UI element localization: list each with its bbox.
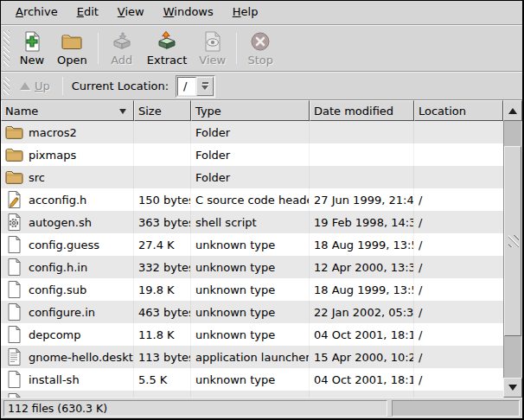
- column-header-type[interactable]: Type: [191, 100, 310, 121]
- file-location: /: [414, 256, 503, 278]
- arrow-down-icon: [508, 385, 517, 391]
- view-file-icon: [201, 30, 224, 53]
- plain-file-icon: [5, 280, 23, 299]
- scroll-up-button[interactable]: [503, 100, 522, 121]
- file-date-modified: 12 Apr 2000, 13:36: [310, 256, 414, 278]
- add-button[interactable]: Add: [103, 28, 141, 69]
- plain-file-icon: [5, 370, 23, 389]
- table-body: macros2 Folder pixmaps Folder src Folder…: [1, 121, 503, 398]
- file-type: unknown type: [191, 301, 310, 323]
- file-size: 363 bytes: [134, 211, 191, 233]
- vertical-scrollbar: [503, 100, 522, 398]
- new-button[interactable]: New: [13, 28, 51, 69]
- table-row[interactable]: gnome-hello.desktop 113 bytes applicatio…: [1, 346, 503, 368]
- location-combo-dropdown-button[interactable]: [196, 77, 214, 96]
- column-header-name[interactable]: Name: [1, 100, 134, 121]
- toolbar-drag-handle[interactable]: [3, 30, 10, 67]
- desktop-launcher-icon: [5, 347, 23, 366]
- stop-button[interactable]: Stop: [241, 28, 279, 69]
- menu-edit[interactable]: Edit: [67, 1, 108, 24]
- column-header-location[interactable]: Location: [414, 100, 503, 121]
- sort-arrow-icon: [119, 109, 126, 114]
- up-button[interactable]: Up: [13, 77, 57, 95]
- file-location: /: [414, 323, 503, 346]
- menu-archive[interactable]: Archive: [6, 1, 67, 24]
- file-date-modified: 22 Jan 2002, 05:35: [310, 301, 414, 323]
- table-row[interactable]: config.sub 19.8 K unknown type 18 Aug 19…: [1, 278, 503, 301]
- menu-help[interactable]: Help: [223, 1, 268, 24]
- file-date-modified: 04 Oct 2001, 18:12: [310, 368, 414, 391]
- table-row[interactable]: acconfig.h 150 bytes C source code heade…: [1, 188, 503, 211]
- file-location: /: [414, 211, 503, 233]
- file-name: config.guess: [29, 239, 99, 251]
- new-archive-icon: [21, 30, 43, 53]
- table-row[interactable]: src Folder: [1, 166, 503, 188]
- status-bar: 112 files (630.3 K): [1, 398, 522, 418]
- file-location: /: [414, 233, 503, 256]
- file-location: /: [414, 188, 503, 211]
- table-row[interactable]: [1, 391, 503, 398]
- extract-icon: [156, 30, 178, 53]
- location-bar-drag-handle[interactable]: [3, 77, 10, 95]
- file-name: src: [29, 171, 45, 184]
- file-size: 5.5 K: [134, 368, 191, 391]
- file-date-modified: 19 Feb 1998, 14:31: [310, 211, 414, 233]
- file-location: /: [414, 301, 503, 323]
- file-name: config.sub: [29, 283, 86, 296]
- file-size: [134, 121, 191, 143]
- table-row[interactable]: depcomp 11.8 K unknown type 04 Oct 2001,…: [1, 323, 503, 346]
- status-text-box: 112 files (630.3 K): [3, 400, 387, 417]
- file-type: unknown type: [191, 233, 310, 256]
- add-files-icon: [111, 30, 133, 53]
- location-combo-value[interactable]: /: [177, 77, 196, 96]
- scroll-down-button[interactable]: [503, 378, 522, 398]
- menu-view[interactable]: View: [108, 1, 154, 24]
- file-type: shell script: [191, 211, 310, 233]
- column-header-date-modified[interactable]: Date modified: [310, 100, 414, 121]
- file-date-modified: 15 Apr 2000, 10:21: [310, 346, 414, 368]
- location-combo: /: [176, 75, 215, 98]
- table-row[interactable]: macros2 Folder: [1, 121, 503, 143]
- scrollbar-trough[interactable]: [503, 121, 522, 378]
- file-type: unknown type: [191, 323, 310, 346]
- file-type: unknown type: [191, 278, 310, 301]
- file-size: [134, 166, 191, 188]
- file-date-modified: 27 Jun 1999, 21:49: [310, 188, 414, 211]
- shell-script-icon: [5, 213, 23, 232]
- file-name: config.h.in: [29, 261, 87, 274]
- c-source-header-icon: [5, 190, 23, 209]
- scrollbar-thumb[interactable]: [504, 146, 521, 336]
- table-row[interactable]: config.guess 27.4 K unknown type 18 Aug …: [1, 233, 503, 256]
- view-button[interactable]: View: [193, 28, 232, 69]
- file-type: [191, 391, 310, 398]
- extract-button[interactable]: Extract: [141, 28, 194, 69]
- table-row[interactable]: configure.in 463 bytes unknown type 22 J…: [1, 301, 503, 323]
- menu-bar: Archive Edit View Windows Help: [1, 1, 522, 25]
- column-header-size[interactable]: Size: [134, 100, 191, 121]
- file-list-area: Name Size Type Date modified Location ma…: [1, 100, 522, 398]
- folder-icon: [5, 145, 23, 164]
- menu-windows[interactable]: Windows: [154, 1, 223, 24]
- table-row[interactable]: config.h.in 332 bytes unknown type 12 Ap…: [1, 256, 503, 278]
- plain-file-icon: [5, 325, 23, 344]
- table-row[interactable]: pixmaps Folder: [1, 143, 503, 166]
- file-location: [414, 166, 503, 188]
- table-row[interactable]: autogen.sh 363 bytes shell script 19 Feb…: [1, 211, 503, 233]
- file-size: [134, 143, 191, 166]
- file-name: depcomp: [29, 328, 81, 341]
- toolbar: New Open Add Extract View Stop: [1, 25, 522, 72]
- file-location: /: [414, 346, 503, 368]
- file-size: 332 bytes: [134, 256, 191, 278]
- table-row[interactable]: install-sh 5.5 K unknown type 04 Oct 200…: [1, 368, 503, 391]
- file-location: [414, 143, 503, 166]
- plain-file-icon: [5, 302, 23, 321]
- file-type: Folder: [191, 143, 310, 166]
- chevron-down-icon: [201, 86, 208, 90]
- file-type: application launcher: [191, 346, 310, 368]
- file-date-modified: [310, 143, 414, 166]
- file-size: 150 bytes: [134, 188, 191, 211]
- location-bar: Up Current Location: /: [1, 72, 522, 100]
- open-button[interactable]: Open: [51, 28, 93, 69]
- file-name: configure.in: [29, 306, 95, 319]
- column-headers: Name Size Type Date modified Location: [1, 100, 503, 121]
